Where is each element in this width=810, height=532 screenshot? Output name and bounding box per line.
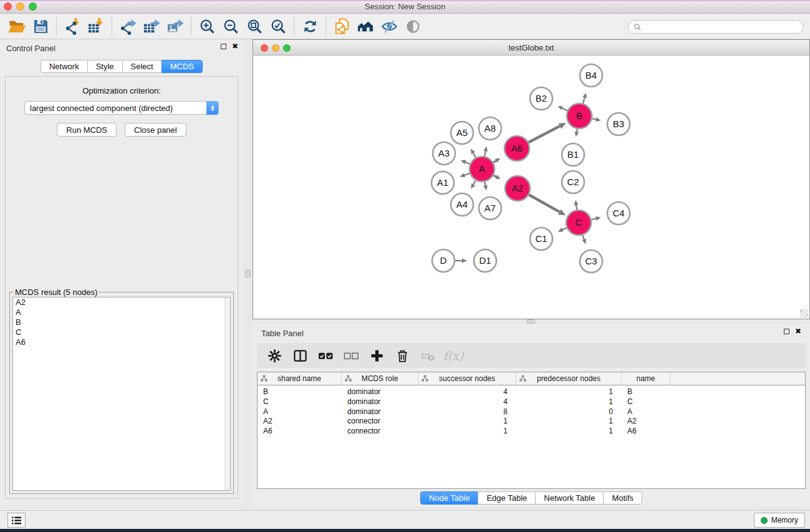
column-header-name[interactable]: name: [622, 372, 670, 385]
home-icon[interactable]: [354, 16, 377, 37]
network-canvas[interactable]: B4B2BB3B1A5A8A6A3AA1A2C2A4A7CC4C1C3DD1: [253, 56, 809, 319]
table-cell[interactable]: dominator: [342, 407, 418, 417]
table-cell[interactable]: 1: [516, 397, 622, 407]
export-table-icon[interactable]: [140, 16, 163, 37]
graph-edge-B-B2[interactable]: [562, 108, 567, 110]
close-table-panel-icon[interactable]: ✖: [795, 328, 801, 334]
copy-session-icon[interactable]: [330, 16, 354, 37]
task-history-button[interactable]: [7, 513, 26, 528]
table-row[interactable]: Adominator80A: [258, 407, 805, 417]
tab-node-table[interactable]: Node Table: [420, 491, 479, 505]
table-cell[interactable]: A2: [258, 417, 342, 427]
add-column-icon[interactable]: [367, 346, 387, 365]
deselect-all-checkboxes-icon[interactable]: [341, 346, 361, 365]
table-cell[interactable]: C: [622, 397, 670, 407]
float-table-panel-icon[interactable]: [784, 329, 789, 334]
mcds-result-item[interactable]: A2: [13, 297, 230, 307]
mcds-result-item[interactable]: A6: [13, 337, 230, 347]
search-box[interactable]: [628, 20, 804, 34]
graph-edge-C-C1[interactable]: [562, 228, 567, 230]
table-cell[interactable]: 1: [516, 387, 622, 397]
search-input[interactable]: [645, 22, 798, 32]
select-all-checkboxes-icon[interactable]: [316, 346, 335, 365]
mcds-result-item[interactable]: B: [13, 317, 230, 327]
close-panel-icon[interactable]: ✖: [232, 43, 238, 49]
graph-edge-C-C4[interactable]: [591, 218, 596, 220]
mcds-result-list[interactable]: A2ABCA6: [12, 297, 231, 491]
table-cell[interactable]: A: [258, 407, 342, 417]
float-panel-icon[interactable]: [221, 44, 226, 49]
import-network-icon[interactable]: [60, 16, 84, 37]
graph-edge-A-A2[interactable]: [493, 175, 496, 177]
table-cell[interactable]: 1: [516, 427, 622, 437]
table-cell[interactable]: connector: [342, 427, 418, 437]
table-cell[interactable]: B: [258, 387, 342, 397]
graph-edge-A-A5[interactable]: [473, 153, 476, 157]
tab-select[interactable]: Select: [122, 60, 162, 73]
table-cell[interactable]: 1: [516, 417, 622, 427]
save-session-icon[interactable]: [29, 16, 52, 37]
table-cell[interactable]: dominator: [342, 397, 418, 407]
mcds-result-item[interactable]: A: [13, 307, 230, 317]
column-header-shared-name[interactable]: shared name: [258, 372, 342, 385]
table-row[interactable]: A2connector11A2: [258, 417, 805, 427]
close-panel-button[interactable]: Close panel: [125, 123, 186, 137]
window-resize-grip[interactable]: [800, 309, 808, 317]
table-cell[interactable]: B: [622, 387, 670, 397]
column-header-successor-nodes[interactable]: successor nodes: [418, 372, 516, 385]
list-scrollbar[interactable]: [224, 297, 230, 490]
table-cell[interactable]: 1: [418, 417, 516, 427]
graph-edge-C-C3[interactable]: [582, 235, 584, 239]
tab-mcds[interactable]: MCDS: [162, 60, 203, 73]
show-graphics-details-icon[interactable]: [401, 16, 425, 37]
graph-edge-A-A8[interactable]: [485, 151, 486, 156]
table-cell[interactable]: 1: [418, 427, 516, 437]
import-table-icon[interactable]: [84, 16, 108, 37]
export-network-icon[interactable]: [116, 16, 140, 37]
table-cell[interactable]: A6: [258, 427, 342, 437]
column-settings-icon[interactable]: [264, 346, 284, 365]
table-cell[interactable]: 8: [418, 407, 516, 417]
horizontal-splitter-handle[interactable]: [527, 319, 535, 324]
graph-edge-B-B3[interactable]: [592, 118, 596, 119]
table-row[interactable]: Bdominator41B: [258, 387, 805, 397]
graph-edge-C-C2[interactable]: [576, 205, 577, 210]
table-cell[interactable]: A2: [622, 417, 670, 427]
graph-edge-A-A3[interactable]: [465, 162, 470, 164]
graph-edge-A6-B[interactable]: [529, 126, 560, 142]
table-cell[interactable]: connector: [342, 417, 418, 427]
split-view-icon[interactable]: [290, 346, 310, 365]
export-image-icon[interactable]: [163, 16, 187, 37]
graph-edge-A-A4[interactable]: [473, 180, 476, 184]
tab-style[interactable]: Style: [87, 60, 123, 73]
column-header-predecessor-nodes[interactable]: predecessor nodes: [516, 372, 622, 385]
table-cell[interactable]: 4: [418, 397, 516, 407]
table-row[interactable]: Cdominator41C: [258, 397, 805, 407]
hide-graphics-details-icon[interactable]: [377, 16, 401, 37]
tab-network[interactable]: Network: [41, 60, 88, 73]
table-cell[interactable]: A: [622, 407, 670, 417]
zoom-fit-icon[interactable]: [243, 16, 266, 37]
zoom-selected-icon[interactable]: [266, 16, 290, 37]
run-mcds-button[interactable]: Run MCDS: [57, 123, 117, 137]
graph-edge-A2-C[interactable]: [529, 195, 559, 212]
network-window-titlebar[interactable]: testGlobe.txt: [253, 40, 809, 56]
tab-edge-table[interactable]: Edge Table: [478, 491, 536, 505]
refresh-layout-icon[interactable]: [298, 16, 322, 37]
table-cell[interactable]: C: [258, 397, 342, 407]
zoom-in-icon[interactable]: [195, 16, 219, 37]
graph-edge-B-B4[interactable]: [583, 98, 585, 104]
table-cell[interactable]: 4: [418, 387, 516, 397]
delete-column-icon[interactable]: [392, 346, 412, 365]
tab-network-table[interactable]: Network Table: [535, 491, 604, 505]
table-cell[interactable]: 0: [516, 407, 622, 417]
memory-button[interactable]: Memory: [754, 513, 805, 528]
table-cell[interactable]: A6: [622, 427, 670, 437]
table-row[interactable]: A6connector11A6: [258, 427, 805, 437]
vertical-splitter-handle[interactable]: [245, 269, 251, 278]
zoom-out-icon[interactable]: [219, 16, 243, 37]
graph-edge-B-B1[interactable]: [577, 129, 577, 132]
graph-edge-A-A7[interactable]: [485, 182, 485, 186]
table-cell[interactable]: dominator: [342, 387, 418, 397]
open-file-icon[interactable]: [5, 16, 29, 37]
